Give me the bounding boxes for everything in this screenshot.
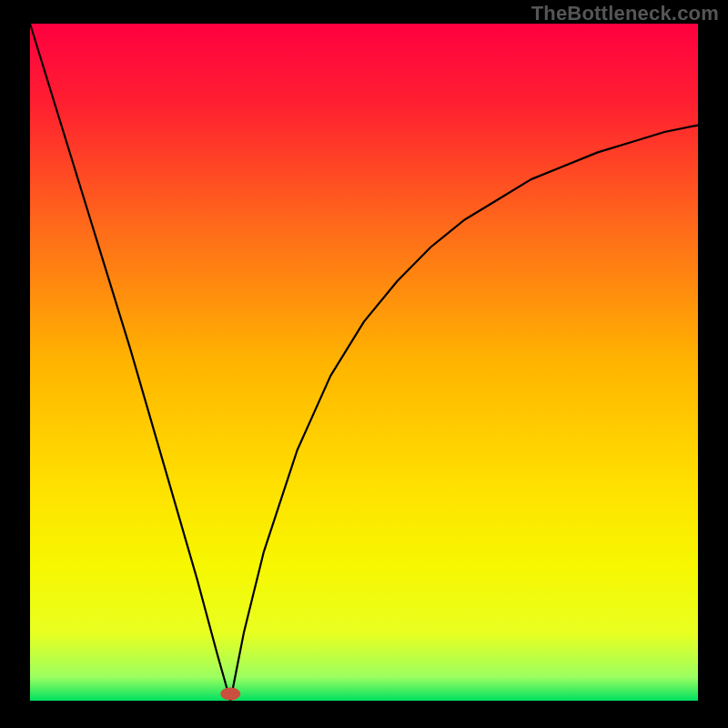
chart-frame: TheBottleneck.com <box>0 0 728 728</box>
bottleneck-chart <box>0 0 728 728</box>
optimum-marker <box>220 688 240 701</box>
plot-area <box>30 24 698 701</box>
gradient-background <box>30 24 698 701</box>
watermark-text: TheBottleneck.com <box>531 2 719 25</box>
